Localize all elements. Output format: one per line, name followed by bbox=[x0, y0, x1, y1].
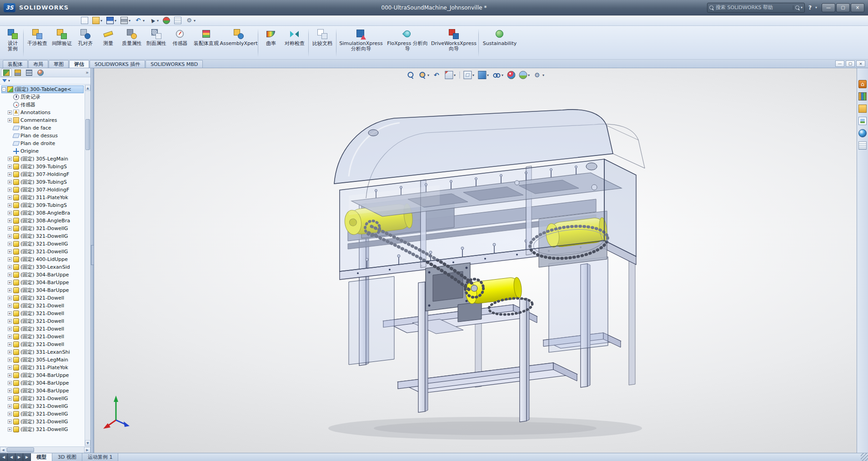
displaymanager-tab[interactable] bbox=[35, 69, 46, 77]
tree-item[interactable]: + (固定) 321-DowellG bbox=[1, 395, 84, 402]
tree-expander[interactable]: + bbox=[8, 358, 12, 362]
help-button[interactable]: ? bbox=[808, 5, 813, 11]
tree-expander[interactable]: + bbox=[8, 118, 12, 122]
tree-item[interactable]: + (固定) 304-BarUppe bbox=[1, 279, 84, 286]
tree-expander[interactable]: + bbox=[8, 211, 12, 215]
tree-item[interactable]: + (固定) 321-DowellG bbox=[1, 248, 84, 256]
tree-expander[interactable]: + bbox=[8, 319, 12, 323]
tree-expander[interactable]: + bbox=[8, 165, 12, 169]
tree-expander[interactable]: + bbox=[8, 420, 12, 424]
command-tab[interactable]: SOLIDWORKS 插件 bbox=[90, 60, 145, 68]
featuremanager-tab[interactable] bbox=[1, 69, 12, 77]
tree-expander[interactable] bbox=[8, 149, 12, 153]
tree-expander[interactable]: + bbox=[8, 366, 12, 370]
ribbon-button[interactable]: 剖面属性 bbox=[144, 27, 169, 58]
tree-item[interactable]: + (固定) 308-AngleBra bbox=[1, 209, 84, 217]
tree-expander[interactable]: + bbox=[8, 110, 12, 115]
separator[interactable] bbox=[459, 71, 460, 79]
ribbon-button[interactable]: 对称检查 bbox=[282, 27, 307, 58]
hide-show-items-button[interactable]: ▾ bbox=[491, 70, 505, 80]
tree-expander[interactable] bbox=[8, 103, 12, 107]
tree-item[interactable]: + (固定) 321-Dowell bbox=[1, 310, 84, 317]
tree-expander[interactable]: + bbox=[8, 304, 12, 308]
tree-expander[interactable]: + bbox=[8, 327, 12, 331]
select-button[interactable]: ▾ bbox=[147, 16, 160, 25]
ribbon-button[interactable]: 干涉检查 bbox=[25, 27, 50, 58]
tree-expander[interactable]: + bbox=[8, 396, 12, 401]
tree-item[interactable]: + (固定) 330-LexanSid bbox=[1, 263, 84, 271]
tree-item[interactable]: + Annotations bbox=[1, 109, 84, 116]
document-restore-button[interactable]: ▢ bbox=[846, 60, 855, 67]
tree-expander[interactable]: + bbox=[8, 180, 12, 184]
view-palette-tab[interactable] bbox=[858, 117, 867, 125]
tree-item[interactable]: + (固定) 304-BarUppe bbox=[1, 271, 84, 279]
tree-item[interactable]: + (固定) 304-BarUppe bbox=[1, 387, 84, 395]
tree-item[interactable]: + (固定) 307-HoldingF bbox=[1, 170, 84, 178]
tree-expander[interactable]: + bbox=[8, 250, 12, 254]
tree-item[interactable]: + (固定) 304-BarUppe bbox=[1, 379, 84, 387]
tree-expander[interactable]: + bbox=[8, 257, 12, 261]
design-library-tab[interactable] bbox=[858, 92, 867, 100]
file-properties-button[interactable] bbox=[173, 16, 183, 25]
tree-item[interactable]: + (固定) 321-DowellG bbox=[1, 402, 84, 410]
tree-item[interactable]: + (固定) 321-DowellG bbox=[1, 225, 84, 232]
tree-filter-row[interactable]: ▾ bbox=[0, 77, 90, 85]
ribbon-button[interactable]: 传感器 bbox=[169, 27, 191, 58]
tree-expander[interactable]: + bbox=[8, 242, 12, 246]
tree-item[interactable]: + (固定) 309-TubingS bbox=[1, 178, 84, 186]
undo-button[interactable]: ▾ bbox=[133, 16, 146, 25]
tree-item[interactable]: + (固定) 311-PlateYok bbox=[1, 194, 84, 201]
file-explorer-tab[interactable] bbox=[858, 105, 867, 113]
tree-item[interactable]: + (固定) 305-LegMain bbox=[1, 155, 84, 163]
close-button[interactable]: × bbox=[851, 3, 864, 12]
maximize-button[interactable]: ▢ bbox=[836, 3, 850, 12]
tree-expander[interactable]: + bbox=[8, 157, 12, 161]
ribbon-button[interactable]: DriveWorksXpress 向导 bbox=[431, 27, 477, 58]
apply-scene-button[interactable]: ▾ bbox=[517, 70, 531, 80]
configurationmanager-tab[interactable] bbox=[24, 69, 35, 77]
ribbon-button[interactable] bbox=[308, 29, 309, 57]
tree-expander[interactable]: + bbox=[8, 342, 12, 346]
tree-item[interactable]: + (固定) 321-Dowell bbox=[1, 302, 84, 310]
tree-horizontal-scrollbar[interactable] bbox=[0, 446, 90, 453]
tree-expander[interactable]: + bbox=[8, 381, 12, 385]
tree-item[interactable]: + (固定) 304-BarUppe bbox=[1, 371, 84, 379]
tree-expander[interactable]: + bbox=[8, 335, 12, 339]
document-minimize-button[interactable]: — bbox=[835, 60, 844, 67]
open-document-button[interactable]: ▾ bbox=[91, 16, 104, 25]
tree-item[interactable]: + (固定) 304-BarUppe bbox=[1, 286, 84, 294]
scroll-right-button[interactable] bbox=[84, 447, 90, 453]
scroll-left-button[interactable] bbox=[0, 447, 6, 453]
new-document-button[interactable] bbox=[80, 16, 90, 25]
command-tab[interactable]: SOLIDWORKS MBD bbox=[146, 60, 203, 68]
zoom-to-area-button[interactable]: ▾ bbox=[417, 70, 431, 80]
resize-grip[interactable] bbox=[861, 453, 868, 461]
tree-expander[interactable]: + bbox=[8, 273, 12, 277]
tabs-scroll-right-button[interactable]: ▶ bbox=[15, 453, 23, 461]
tabs-scroll-left-button[interactable]: ◀ bbox=[8, 453, 15, 461]
ribbon-button[interactable]: 曲率 bbox=[260, 27, 282, 58]
scrollbar-thumb[interactable] bbox=[7, 447, 34, 452]
document-tab[interactable]: 3D 视图 bbox=[52, 453, 82, 461]
ribbon-button[interactable]: 孔对齐 bbox=[74, 27, 97, 58]
save-button[interactable]: ▾ bbox=[105, 16, 118, 25]
ribbon-button[interactable]: 测量 bbox=[97, 27, 120, 58]
ribbon-button[interactable]: 装配体直观 bbox=[191, 27, 221, 58]
tree-item[interactable]: + (固定) 308-AngleBra bbox=[1, 217, 84, 225]
tree-expander[interactable] bbox=[8, 126, 12, 130]
tree-expander[interactable]: + bbox=[8, 412, 12, 416]
scrollbar-thumb[interactable] bbox=[85, 119, 90, 150]
section-view-button[interactable]: ▾ bbox=[443, 70, 457, 80]
tree-item[interactable]: Plan de face bbox=[1, 124, 84, 132]
rebuild-button[interactable] bbox=[161, 16, 171, 25]
tree-expander[interactable]: + bbox=[8, 373, 12, 377]
appearances-scenes-tab[interactable] bbox=[858, 129, 867, 137]
tree-item[interactable]: Origine bbox=[1, 147, 84, 155]
tree-item[interactable]: + (固定) 321-Dowell bbox=[1, 294, 84, 302]
document-close-button[interactable]: × bbox=[856, 60, 865, 67]
view-settings-button[interactable]: ▾ bbox=[532, 70, 546, 80]
document-tab[interactable]: 模型 bbox=[31, 453, 52, 461]
tree-expander[interactable]: + bbox=[8, 195, 12, 200]
ribbon-button[interactable] bbox=[23, 29, 24, 57]
custom-properties-tab[interactable] bbox=[858, 141, 867, 150]
